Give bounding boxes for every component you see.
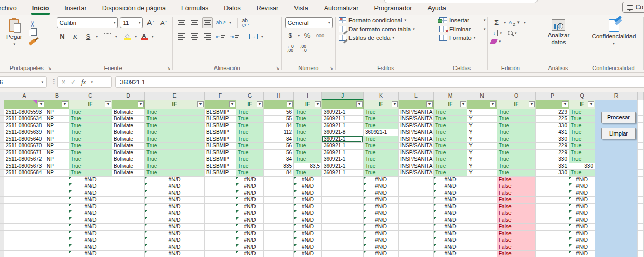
cell-s12[interactable] <box>638 177 644 183</box>
cell-H17[interactable] <box>264 210 294 217</box>
cell-B3[interactable]: NP <box>45 116 69 123</box>
filter-button-O[interactable]: ▼ <box>529 101 535 107</box>
cell-G21[interactable]: #N/D <box>236 237 264 244</box>
cell-O18[interactable]: False <box>497 217 536 224</box>
conditional-formatting-button[interactable]: Formato condicional <box>348 17 403 23</box>
cell-Q14[interactable]: #N/D <box>569 190 595 197</box>
number-format-combo[interactable]: General ▾ <box>285 17 333 28</box>
align-right-button[interactable] <box>202 31 213 42</box>
insert-cells-button[interactable]: Insertar <box>449 17 469 23</box>
cell-C14[interactable]: #N/D <box>69 190 112 197</box>
cell-J12[interactable] <box>322 177 364 183</box>
cell-s19[interactable] <box>638 224 644 231</box>
cell-G9[interactable]: True <box>236 156 264 163</box>
cell-Q2[interactable]: True <box>569 109 595 116</box>
column-header-C[interactable]: C <box>69 92 112 100</box>
cell-O23[interactable]: False <box>497 251 536 257</box>
cell-H22[interactable] <box>264 244 294 251</box>
cell-C3[interactable]: True <box>69 116 112 123</box>
cell-E21[interactable]: #N/D <box>145 237 205 244</box>
cell-G5[interactable]: True <box>236 129 264 136</box>
cell-N6[interactable]: Y <box>467 136 497 143</box>
row-header[interactable] <box>0 190 4 197</box>
cell-P5[interactable]: 431 <box>536 129 569 136</box>
cell-styles-button[interactable]: Estilos de celda <box>348 35 391 41</box>
cell-R22[interactable] <box>595 244 638 251</box>
cell-E2[interactable]: True <box>145 109 205 116</box>
cell-F9[interactable]: BLSBMIP <box>205 156 236 163</box>
fill-color-button[interactable]: ◇ <box>122 31 132 42</box>
cell-E14[interactable]: #N/D <box>145 190 205 197</box>
cell-H14[interactable] <box>264 190 294 197</box>
cell-C23[interactable]: #N/D <box>69 251 112 257</box>
cell-H20[interactable] <box>264 231 294 237</box>
cell-J15[interactable] <box>322 197 364 204</box>
cell-Q19[interactable]: #N/D <box>569 224 595 231</box>
row-header[interactable] <box>0 116 4 123</box>
tab-archivo[interactable]: Archivo <box>0 5 18 12</box>
cell-A21[interactable] <box>4 237 45 244</box>
cell-A4[interactable]: 2511-08005638 <box>4 123 45 129</box>
cell-F20[interactable] <box>205 231 236 237</box>
column-header-G[interactable]: G <box>236 92 264 100</box>
row-header[interactable] <box>0 183 4 190</box>
cell-H18[interactable] <box>264 217 294 224</box>
cell-H9[interactable]: 84 <box>264 156 294 163</box>
filter-cell-H[interactable]: ▼ <box>264 100 294 109</box>
dialog-launcher-icon[interactable]: ↘ <box>167 65 171 71</box>
cell-B4[interactable]: NP <box>45 123 69 129</box>
cell-I22[interactable]: #N/D <box>294 244 322 251</box>
font-size-combo[interactable]: 11 ▾ <box>120 17 143 28</box>
cell-G7[interactable]: True <box>236 143 264 150</box>
align-bottom-button[interactable] <box>202 17 213 28</box>
cell-O16[interactable]: False <box>497 204 536 210</box>
cell-s18[interactable] <box>638 217 644 224</box>
cell-Q17[interactable]: #N/D <box>569 210 595 217</box>
cell-C16[interactable]: #N/D <box>69 204 112 210</box>
cell-H19[interactable] <box>264 224 294 231</box>
format-painter-icon[interactable] <box>28 39 36 46</box>
cell-F2[interactable]: BLSBMIP <box>205 109 236 116</box>
cell-G23[interactable]: #N/D <box>236 251 264 257</box>
cell-N17[interactable] <box>467 210 497 217</box>
cell-s14[interactable] <box>638 190 644 197</box>
cell-J20[interactable] <box>322 231 364 237</box>
cell-E10[interactable]: True <box>145 163 205 170</box>
cell-L6[interactable]: INSP/SANITARIA <box>399 136 434 143</box>
cell-O20[interactable]: False <box>497 231 536 237</box>
cell-G18[interactable]: #N/D <box>236 217 264 224</box>
column-header-J[interactable]: J <box>322 92 364 100</box>
cell-N21[interactable] <box>467 237 497 244</box>
cell-I21[interactable]: #N/D <box>294 237 322 244</box>
cell-N7[interactable]: Y <box>467 143 497 150</box>
filter-button-G[interactable]: ▼ <box>257 101 263 107</box>
tab-vista[interactable]: Vista <box>293 5 310 12</box>
cell-G16[interactable]: #N/D <box>236 204 264 210</box>
column-header-K[interactable]: K <box>364 92 399 100</box>
cell-P18[interactable] <box>536 217 569 224</box>
cell-s4[interactable] <box>638 123 644 129</box>
cell-N20[interactable] <box>467 231 497 237</box>
cell-M8[interactable]: True <box>434 150 467 156</box>
filter-cell-D[interactable]: ▼ <box>112 100 145 109</box>
cell-M12[interactable]: #N/D <box>434 177 467 183</box>
cell-A11[interactable]: 2511-08005684 <box>4 170 45 177</box>
cell-A3[interactable]: 2511-08005634 <box>4 116 45 123</box>
thousands-button[interactable]: 000 <box>315 30 326 41</box>
row-header[interactable] <box>0 109 4 116</box>
cell-O10[interactable]: True <box>497 163 536 170</box>
cell-H6[interactable]: 84 <box>264 136 294 143</box>
cell-C17[interactable]: #N/D <box>69 210 112 217</box>
cell-B12[interactable] <box>45 177 69 183</box>
row-header[interactable] <box>0 231 4 237</box>
align-center-button[interactable] <box>189 31 200 42</box>
cell-B6[interactable]: NP <box>45 136 69 143</box>
paste-button[interactable]: Pegar ▾ <box>3 17 25 48</box>
cell-D15[interactable] <box>112 197 145 204</box>
fill-down-icon[interactable]: ↓ <box>491 30 498 36</box>
cell-K6[interactable]: True <box>364 136 399 143</box>
cell-K23[interactable]: #N/D <box>364 251 399 257</box>
cell-J9[interactable]: 360921-1 <box>322 156 364 163</box>
column-header-N[interactable]: N <box>467 92 497 100</box>
cell-M2[interactable]: True <box>434 109 467 116</box>
